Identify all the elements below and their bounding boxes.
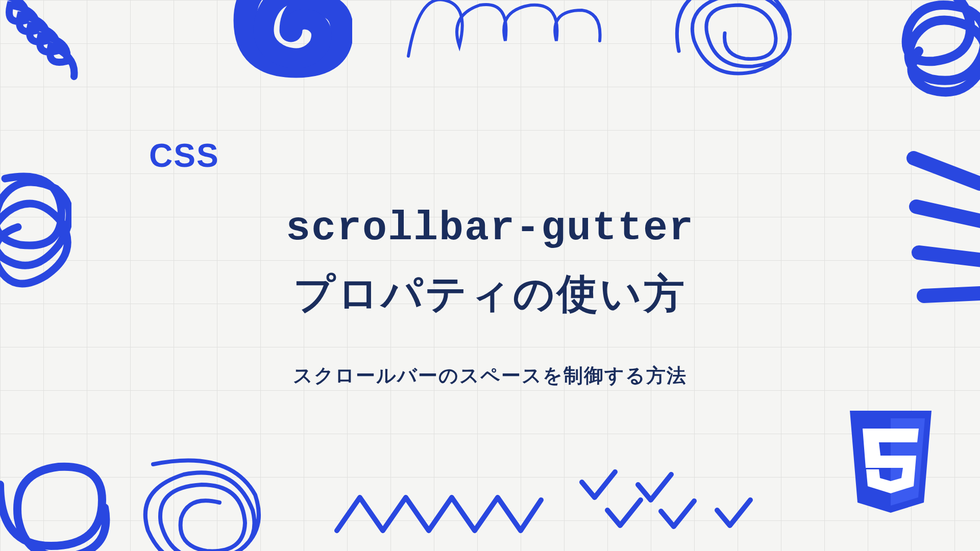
spring-doodle-icon xyxy=(0,0,87,102)
main-content: CSS scrollbar-gutter プロパティの使い方 スクロールバーのス… xyxy=(98,137,882,389)
scribble-bottom-left-icon xyxy=(128,444,281,551)
title-line-1: scrollbar-gutter xyxy=(98,205,882,252)
loop-bottom-left-icon xyxy=(0,459,117,551)
lines-right-icon xyxy=(903,143,980,316)
scribble-top-right-icon xyxy=(653,0,837,92)
squiggle-corner-icon xyxy=(888,0,980,112)
css3-logo-icon xyxy=(842,411,939,520)
category-label: CSS xyxy=(149,137,882,174)
loops-doodle-icon xyxy=(398,0,602,66)
checkmarks-icon xyxy=(577,469,771,536)
spiral-doodle-icon xyxy=(230,0,352,82)
subtitle: スクロールバーのスペースを制御する方法 xyxy=(98,363,882,389)
zigzag-icon xyxy=(332,490,546,541)
title-line-2: プロパティの使い方 xyxy=(98,267,882,322)
scribble-left-icon xyxy=(0,163,71,306)
